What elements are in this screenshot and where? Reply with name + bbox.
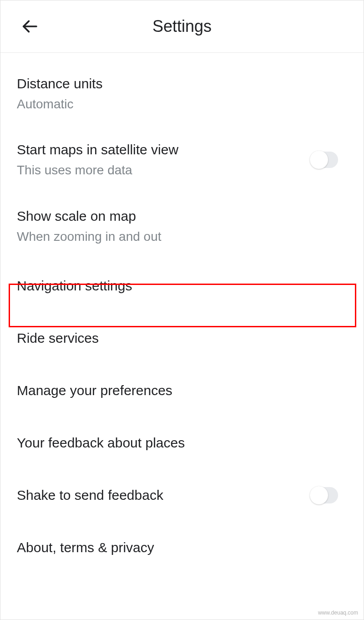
setting-text: Shake to send feedback — [17, 486, 311, 504]
satellite-toggle[interactable] — [311, 152, 338, 168]
page-title: Settings — [152, 17, 212, 36]
setting-title: Shake to send feedback — [17, 486, 311, 504]
setting-about-terms[interactable]: About, terms & privacy — [0, 521, 364, 574]
setting-subtitle: When zooming in and out — [17, 229, 347, 245]
setting-feedback-places[interactable]: Your feedback about places — [0, 417, 364, 469]
setting-text: Navigation settings — [17, 277, 347, 295]
setting-satellite-view[interactable]: Start maps in satellite view This uses m… — [0, 127, 364, 193]
setting-manage-preferences[interactable]: Manage your preferences — [0, 364, 364, 417]
setting-text: About, terms & privacy — [17, 539, 347, 556]
setting-scale-on-map[interactable]: Show scale on map When zooming in and ou… — [0, 193, 364, 259]
setting-subtitle: Automatic — [17, 96, 347, 112]
setting-title: Distance units — [17, 75, 347, 92]
settings-list: Distance units Automatic Start maps in s… — [0, 53, 364, 574]
setting-title: Show scale on map — [17, 207, 347, 225]
setting-text: Start maps in satellite view This uses m… — [17, 141, 311, 178]
setting-text: Show scale on map When zooming in and ou… — [17, 207, 347, 245]
toggle-thumb — [310, 486, 328, 504]
setting-text: Manage your preferences — [17, 381, 347, 399]
shake-feedback-toggle[interactable] — [311, 487, 338, 503]
back-button[interactable] — [20, 16, 40, 36]
setting-title: About, terms & privacy — [17, 539, 347, 556]
setting-title: Ride services — [17, 329, 347, 347]
setting-title: Manage your preferences — [17, 381, 347, 399]
setting-distance-units[interactable]: Distance units Automatic — [0, 53, 364, 127]
setting-title: Start maps in satellite view — [17, 141, 311, 158]
setting-title: Navigation settings — [17, 277, 347, 295]
header-bar: Settings — [0, 0, 364, 53]
setting-navigation[interactable]: Navigation settings — [0, 259, 364, 312]
setting-shake-feedback[interactable]: Shake to send feedback — [0, 469, 364, 521]
setting-text: Your feedback about places — [17, 434, 347, 452]
arrow-left-icon — [20, 17, 39, 36]
toggle-thumb — [310, 151, 328, 169]
setting-subtitle: This uses more data — [17, 162, 311, 178]
setting-text: Ride services — [17, 329, 347, 347]
setting-ride-services[interactable]: Ride services — [0, 312, 364, 364]
setting-text: Distance units Automatic — [17, 75, 347, 112]
setting-title: Your feedback about places — [17, 434, 347, 452]
watermark: www.deuaq.com — [318, 610, 358, 616]
